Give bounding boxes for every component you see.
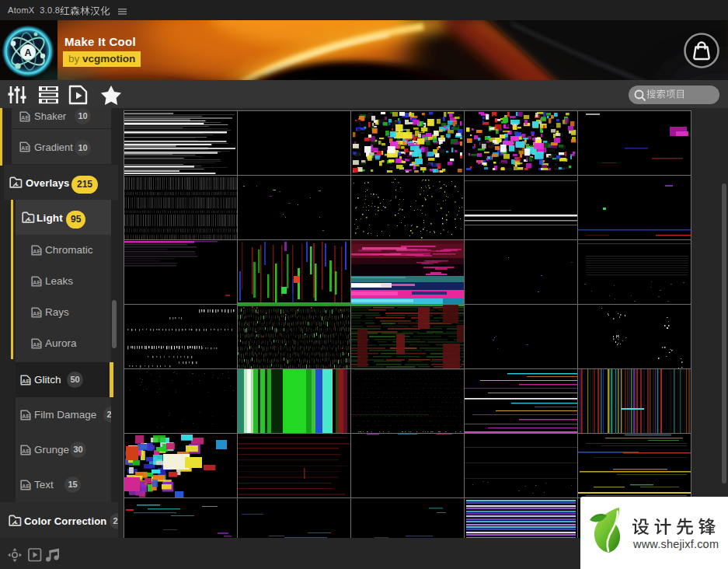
svg-text:AE: AE bbox=[33, 279, 40, 286]
svg-text:AE: AE bbox=[33, 341, 40, 348]
svg-text:AE: AE bbox=[22, 483, 30, 490]
svg-text:AE: AE bbox=[22, 448, 30, 455]
svg-text:A: A bbox=[24, 47, 31, 58]
svg-text:AE: AE bbox=[33, 248, 40, 255]
svg-text:AE: AE bbox=[22, 413, 30, 420]
svg-text:AE: AE bbox=[33, 310, 40, 317]
svg-text:AE: AE bbox=[21, 145, 29, 152]
svg-text:AE: AE bbox=[22, 378, 30, 385]
svg-text:AE: AE bbox=[21, 114, 29, 121]
